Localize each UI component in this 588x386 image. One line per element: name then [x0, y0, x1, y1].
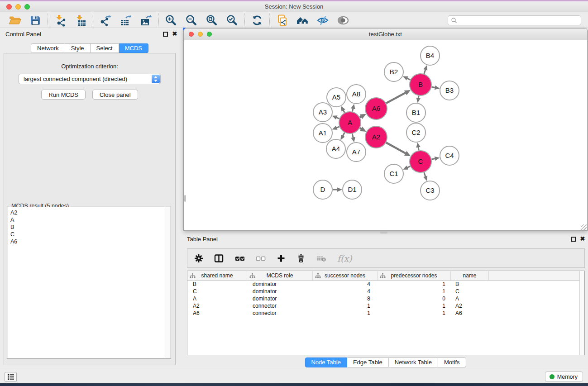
zoom-in-button[interactable]: [165, 14, 177, 27]
float-panel-button[interactable]: [163, 32, 168, 37]
table-cell[interactable]: dominator: [247, 281, 313, 288]
mcds-result-list[interactable]: A2ABCA6: [8, 207, 170, 358]
window-zoom-button[interactable]: [24, 4, 30, 10]
table-cell[interactable]: A2: [187, 302, 247, 310]
graph-node-C[interactable]: C: [410, 151, 431, 172]
table-row[interactable]: Cdominator41C: [187, 288, 584, 295]
table-cell[interactable]: B: [451, 281, 489, 288]
table-cell[interactable]: A: [451, 295, 489, 302]
network-zoom-button[interactable]: [207, 32, 212, 37]
table-cell[interactable]: 1: [378, 302, 451, 310]
graph-node-A5[interactable]: A5: [327, 88, 346, 107]
table-cell[interactable]: connector: [247, 310, 313, 317]
export-table-button[interactable]: [120, 14, 132, 27]
graph-node-C2[interactable]: C2: [406, 123, 425, 142]
list-item[interactable]: A6: [10, 238, 170, 245]
column-header-successor-nodes[interactable]: successor nodes: [313, 271, 378, 280]
resize-grip-icon[interactable]: [581, 224, 587, 230]
table-row[interactable]: Adominator80A: [187, 295, 584, 302]
table-cell[interactable]: 0: [378, 295, 451, 302]
table-row[interactable]: A6connector11A6: [187, 310, 584, 317]
float-table-panel-button[interactable]: [571, 237, 576, 242]
table-cell[interactable]: B: [187, 281, 247, 288]
graph-node-A3[interactable]: A3: [313, 103, 332, 122]
tab-style[interactable]: Style: [65, 43, 91, 53]
save-session-button[interactable]: [29, 14, 42, 27]
table-scrollbar[interactable]: [579, 271, 584, 355]
search-input[interactable]: [457, 17, 578, 24]
graph-node-B4[interactable]: B4: [421, 46, 440, 65]
graph-edge-A2-C[interactable]: [386, 143, 406, 154]
zoom-selected-button[interactable]: [226, 14, 239, 27]
graph-edge-A6-B[interactable]: [386, 92, 406, 103]
zoom-out-button[interactable]: [185, 14, 198, 27]
graph-node-A1[interactable]: A1: [313, 124, 332, 143]
task-history-button[interactable]: [5, 372, 17, 382]
close-table-panel-button[interactable]: ✖: [579, 236, 586, 242]
graph-node-A8[interactable]: A8: [347, 85, 366, 104]
mcds-result-scrollbar[interactable]: [165, 207, 170, 358]
table-cell[interactable]: 1: [313, 310, 378, 317]
select-all-columns-button[interactable]: [235, 254, 245, 263]
table-cell[interactable]: C: [187, 288, 247, 295]
apply-layout-button[interactable]: [251, 14, 263, 27]
network-canvas[interactable]: B4B2BB3A8A5A6A3B1AC2A1A2A4A7C4CC1DC3D1: [184, 41, 587, 230]
close-panel-button[interactable]: ✖: [172, 31, 178, 37]
list-item[interactable]: B: [10, 224, 170, 231]
memory-button[interactable]: Memory: [545, 372, 583, 382]
graph-node-C1[interactable]: C1: [384, 164, 403, 183]
graph-node-B[interactable]: B: [410, 74, 431, 95]
table-cell[interactable]: 1: [378, 288, 451, 295]
import-table-button[interactable]: [74, 14, 87, 27]
table-cell[interactable]: A6: [187, 310, 247, 317]
run-mcds-button[interactable]: Run MCDS: [41, 90, 86, 100]
show-graphics-button[interactable]: [337, 14, 349, 27]
graph-node-C3[interactable]: C3: [421, 181, 440, 200]
table-cell[interactable]: C: [451, 288, 489, 295]
graph-node-D[interactable]: D: [313, 180, 332, 199]
hide-details-button[interactable]: [316, 14, 329, 27]
graph-node-A2[interactable]: A2: [365, 126, 387, 148]
tab-network-table[interactable]: Network Table: [389, 357, 438, 367]
graph-node-B2[interactable]: B2: [384, 62, 403, 81]
table-row[interactable]: Bdominator41B: [187, 281, 584, 288]
table-cell[interactable]: dominator: [247, 288, 313, 295]
zoom-fit-button[interactable]: [206, 14, 218, 27]
table-cell[interactable]: connector: [247, 302, 313, 310]
network-minimize-button[interactable]: [198, 32, 203, 37]
window-minimize-button[interactable]: [15, 4, 21, 10]
graph-node-C4[interactable]: C4: [440, 146, 459, 165]
function-builder-button[interactable]: f(x): [337, 253, 352, 263]
graph-node-A[interactable]: A: [339, 112, 361, 133]
create-column-button[interactable]: [277, 254, 286, 263]
window-close-button[interactable]: [6, 4, 12, 10]
tab-motifs[interactable]: Motifs: [438, 357, 466, 367]
table-cell[interactable]: 8: [313, 295, 378, 302]
column-header-shared-name[interactable]: shared name: [187, 271, 247, 280]
show-columns-button[interactable]: [214, 254, 224, 263]
delete-table-button[interactable]: [316, 254, 326, 263]
network-close-button[interactable]: [189, 32, 194, 37]
open-session-button[interactable]: [9, 14, 21, 27]
table-cell[interactable]: A6: [451, 310, 489, 317]
vertical-scroll-nub[interactable]: [184, 195, 186, 202]
network-graph[interactable]: B4B2BB3A8A5A6A3B1AC2A1A2A4A7C4CC1DC3D1: [184, 41, 587, 230]
home-button[interactable]: [296, 14, 309, 27]
list-item[interactable]: A: [10, 216, 170, 224]
delete-columns-button[interactable]: [296, 254, 306, 263]
graph-node-A6[interactable]: A6: [365, 98, 387, 119]
table-cell[interactable]: dominator: [247, 295, 313, 302]
export-image-button[interactable]: [140, 14, 153, 27]
column-header-predecessor-nodes[interactable]: predecessor nodes: [378, 271, 451, 280]
table-cell[interactable]: A2: [451, 302, 489, 310]
table-cell[interactable]: 4: [313, 288, 378, 295]
clone-network-button[interactable]: [276, 14, 288, 27]
table-cell[interactable]: 1: [378, 310, 451, 317]
tab-select[interactable]: Select: [91, 43, 119, 53]
export-network-button[interactable]: [99, 14, 112, 27]
criterion-select[interactable]: largest connected component (directed): [19, 74, 161, 84]
import-network-button[interactable]: [54, 14, 67, 27]
tab-network[interactable]: Network: [31, 43, 65, 53]
graph-node-A4[interactable]: A4: [326, 139, 345, 158]
table-cell[interactable]: 1: [378, 281, 451, 288]
